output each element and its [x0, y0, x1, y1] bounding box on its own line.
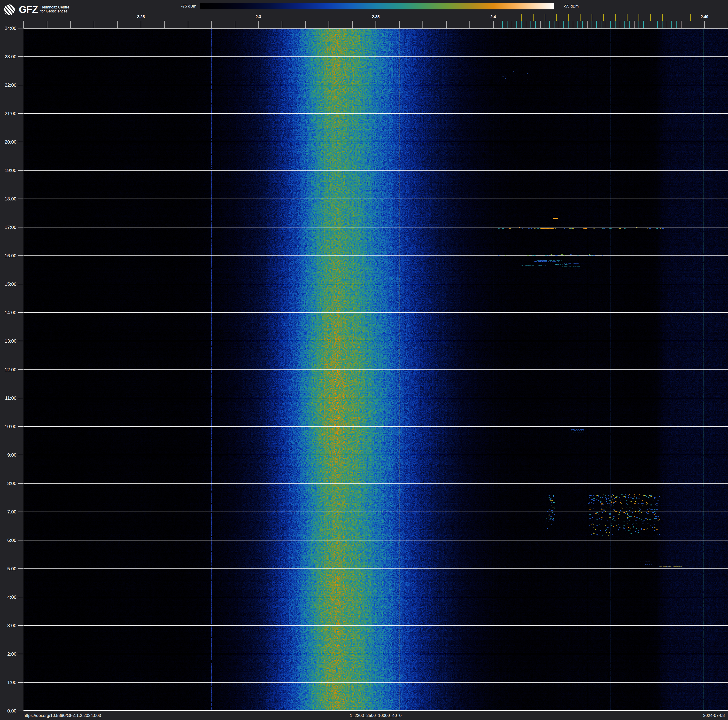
wifi-channel-tick	[603, 14, 604, 21]
ble-channel-tick	[648, 21, 648, 28]
ble-channel-tick	[601, 21, 601, 28]
ble-channel-tick	[629, 21, 630, 28]
header: GFZ Helmholtz Centre for Geosciences -75…	[0, 0, 728, 22]
wifi-channel-tick	[533, 14, 534, 21]
wifi-channel-tick	[521, 14, 522, 21]
freq-tick-minor	[305, 21, 306, 28]
freq-tick-minor	[446, 21, 447, 28]
hour-tick	[18, 142, 23, 142]
hour-label: 14:00	[0, 310, 17, 316]
hour-tick	[18, 341, 23, 341]
hour-label: 18:00	[0, 196, 17, 202]
hour-label: 10:00	[0, 424, 17, 429]
hour-tick	[18, 199, 23, 199]
wifi-channel-tick	[627, 14, 627, 21]
ble-channel-tick	[634, 21, 634, 28]
hour-tick	[18, 398, 23, 398]
hour-label: 16:00	[0, 253, 17, 259]
freq-axis-label: 2.49	[700, 15, 708, 19]
ble-channel-tick	[596, 21, 597, 28]
hour-label: 21:00	[0, 111, 17, 116]
hour-tick	[18, 568, 23, 569]
ble-channel-tick	[563, 21, 564, 28]
date-label: 2024-07-08	[703, 711, 725, 720]
hour-tick	[18, 512, 23, 512]
colorbar	[200, 3, 554, 9]
colorbar-min-label: -75 dBm	[153, 3, 196, 9]
footer: https://doi.org/10.5880/GFZ.1.2.2024.003…	[0, 711, 728, 720]
hour-label: 12:00	[0, 367, 17, 372]
hour-tick	[18, 682, 23, 683]
hour-tick	[18, 483, 23, 484]
hour-tick	[18, 284, 23, 284]
wifi-channel-tick	[615, 14, 616, 21]
ble-channel-tick	[502, 21, 503, 28]
hour-tick	[18, 256, 23, 256]
wifi-channel-tick	[568, 14, 569, 21]
ble-channel-tick	[535, 21, 536, 28]
hour-tick	[18, 540, 23, 541]
hour-label: 19:00	[0, 168, 17, 173]
freq-tick-minor	[422, 21, 423, 28]
hour-tick	[18, 455, 23, 455]
ble-channel-tick	[582, 21, 583, 28]
ble-channel-tick	[653, 21, 653, 28]
ble-channel-tick	[507, 21, 508, 28]
ble-channel-tick	[667, 21, 667, 28]
ble-channel-tick	[681, 21, 681, 28]
freq-tick-minor	[704, 21, 705, 28]
ble-channel-tick	[606, 21, 606, 28]
hour-label: 15:00	[0, 282, 17, 287]
freq-tick-minor	[281, 21, 282, 28]
ble-channel-tick	[592, 21, 592, 28]
hour-tick	[18, 28, 23, 28]
hour-label: 13:00	[0, 339, 17, 344]
freq-tick-minor	[258, 21, 259, 28]
page: GFZ Helmholtz Centre for Geosciences -75…	[0, 0, 728, 720]
hour-label: 24:00	[0, 26, 17, 31]
colorbar-max-label: -55 dBm	[564, 3, 579, 9]
ble-channel-tick	[498, 21, 498, 28]
hour-label: 22:00	[0, 83, 17, 88]
ble-channel-tick	[587, 21, 587, 28]
freq-tick-minor	[47, 21, 47, 28]
hour-tick	[18, 57, 23, 57]
hour-tick	[18, 597, 23, 597]
ble-channel-tick	[639, 21, 639, 28]
hour-label: 4:00	[0, 594, 17, 600]
wifi-channel-tick	[639, 14, 639, 21]
freq-tick-minor	[141, 21, 141, 28]
ble-channel-tick	[516, 21, 517, 28]
ble-channel-tick	[643, 21, 644, 28]
freq-axis-label: 2.35	[372, 15, 379, 19]
hour-tick	[18, 625, 23, 626]
wifi-channel-tick	[690, 14, 691, 21]
ble-channel-tick	[544, 21, 545, 28]
hour-label: 23:00	[0, 54, 17, 60]
hour-label: 1:00	[0, 680, 17, 685]
hour-label: 20:00	[0, 139, 17, 145]
ble-channel-tick	[521, 21, 522, 28]
ble-channel-tick	[578, 21, 578, 28]
hour-label: 7:00	[0, 509, 17, 515]
ble-channel-tick	[671, 21, 672, 28]
ble-channel-tick	[615, 21, 615, 28]
wifi-channel-tick	[662, 14, 663, 21]
ble-channel-tick	[573, 21, 573, 28]
freq-tick-minor	[164, 21, 165, 28]
hour-label: 3:00	[0, 623, 17, 628]
hour-label: 5:00	[0, 566, 17, 571]
freq-axis-label: 2.3	[255, 15, 261, 19]
hour-tick	[18, 85, 23, 85]
wifi-channel-tick	[556, 14, 557, 21]
ble-channel-tick	[610, 21, 611, 28]
hour-label: 11:00	[0, 395, 17, 401]
freq-tick-minor	[188, 21, 188, 28]
wifi-channel-tick	[650, 14, 651, 21]
hour-label: 6:00	[0, 538, 17, 543]
hour-tick	[18, 170, 23, 171]
ble-channel-tick	[540, 21, 540, 28]
freq-tick-minor	[493, 21, 494, 28]
ble-channel-tick	[512, 21, 512, 28]
ble-channel-tick	[554, 21, 554, 28]
